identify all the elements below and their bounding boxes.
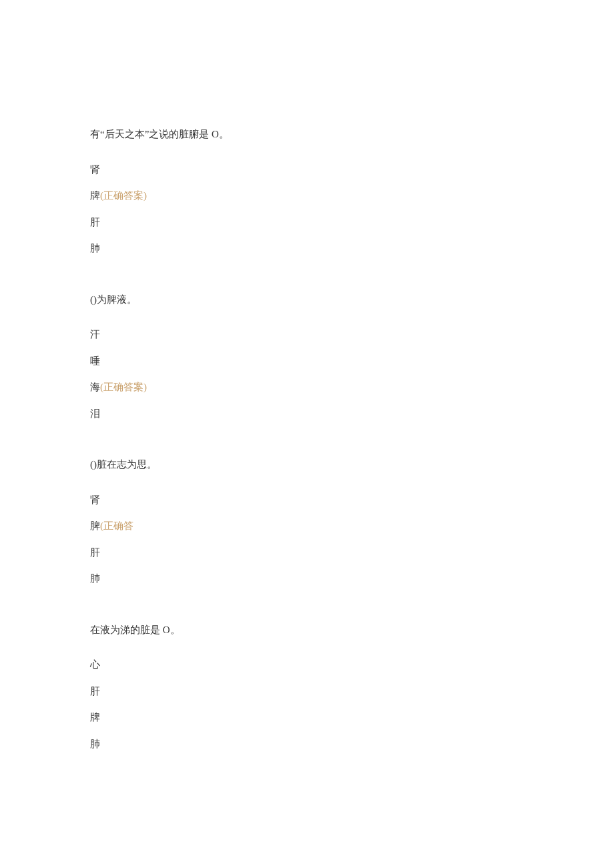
option-text: 肺	[90, 573, 100, 584]
option: 唾	[90, 354, 524, 369]
question-prompt: ()为脾液。	[90, 292, 524, 308]
question-prompt: 有“后天之本”之说的脏腑是 O。	[90, 127, 524, 142]
option: 肝	[90, 215, 524, 230]
option: 海(正确答案)	[90, 380, 524, 395]
question-prompt: ()脏在志为思。	[90, 457, 524, 472]
correct-answer-label: (正确答案)	[100, 382, 147, 392]
option-text: 唾	[90, 356, 100, 366]
option: 肺	[90, 571, 524, 586]
question-block: 在液为涕的脏是 O。 心 肝 牌 肺	[90, 622, 524, 752]
option-text: 心	[90, 659, 100, 670]
option-text: 肾	[90, 494, 100, 505]
option: 泪	[90, 406, 524, 422]
option: 汗	[90, 327, 524, 342]
option-text: 肝	[90, 217, 100, 228]
option: 脾(正确答	[90, 518, 524, 534]
question-block: ()脏在志为思。 肾 脾(正确答 肝 肺	[90, 457, 524, 586]
question-block: 有“后天之本”之说的脏腑是 O。 肾 牌(正确答案) 肝 肺	[90, 127, 524, 256]
option-text: 汗	[90, 329, 100, 340]
option-text: 肾	[90, 164, 100, 175]
option-text: 泪	[90, 408, 100, 419]
option: 肺	[90, 241, 524, 256]
option: 肾	[90, 162, 524, 177]
option-text: 牌	[90, 190, 100, 201]
option: 肺	[90, 737, 524, 752]
correct-answer-label: (正确答	[100, 520, 133, 531]
option-text: 肺	[90, 243, 100, 254]
option-text: 脾	[90, 520, 100, 531]
option-text: 肝	[90, 547, 100, 558]
option-text: 肺	[90, 739, 100, 749]
correct-answer-label: (正确答案)	[100, 190, 147, 201]
option: 心	[90, 657, 524, 673]
option: 牌	[90, 710, 524, 725]
option-text: 牌	[90, 712, 100, 723]
question-block: ()为脾液。 汗 唾 海(正确答案) 泪	[90, 292, 524, 422]
question-prompt: 在液为涕的脏是 O。	[90, 622, 524, 638]
option: 肝	[90, 545, 524, 560]
option: 肾	[90, 492, 524, 508]
option-text: 海	[90, 382, 100, 392]
option: 肝	[90, 684, 524, 699]
option-text: 肝	[90, 686, 100, 697]
option: 牌(正确答案)	[90, 188, 524, 203]
